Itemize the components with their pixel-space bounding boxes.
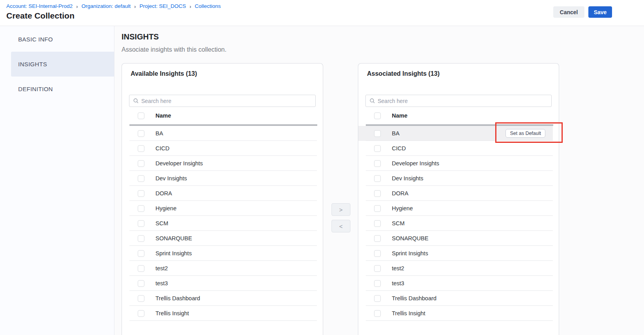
table-row[interactable]: CICD: [122, 141, 317, 156]
row-checkbox[interactable]: [374, 190, 381, 197]
breadcrumb-organization-link[interactable]: Organization: default: [81, 3, 131, 9]
chevron-right-icon: ›: [134, 4, 136, 9]
select-all-checkbox[interactable]: [374, 112, 381, 119]
row-label: Trellis Insight: [155, 310, 189, 316]
breadcrumb-collections-link[interactable]: Collections: [195, 3, 221, 9]
name-column-header: Name: [155, 112, 171, 119]
search-icon: [133, 98, 139, 103]
table-row[interactable]: test2: [358, 261, 553, 276]
section-subheading: Associate insights with this collection.: [122, 46, 227, 53]
row-checkbox[interactable]: [138, 130, 144, 137]
row-checkbox[interactable]: [138, 205, 144, 212]
associated-panel-title: Associated Insights (13): [367, 70, 559, 77]
row-checkbox[interactable]: [374, 175, 381, 182]
row-checkbox[interactable]: [374, 235, 381, 242]
row-label: test2: [392, 265, 404, 271]
top-bar: Account: SEI-Internal-Prod2 › Organizati…: [0, 0, 644, 26]
table-row[interactable]: Trellis Dashboard: [122, 291, 317, 306]
table-row[interactable]: SCM: [358, 216, 553, 231]
search-icon: [370, 98, 375, 103]
row-checkbox[interactable]: [138, 265, 144, 272]
select-all-checkbox[interactable]: [138, 112, 144, 119]
row-label: CICD: [155, 145, 169, 152]
sidebar-item-insights[interactable]: INSIGHTS: [11, 52, 114, 77]
set-as-default-button[interactable]: Set as Default: [505, 129, 545, 138]
table-row[interactable]: Trellis Insight: [122, 306, 317, 321]
row-checkbox[interactable]: [138, 190, 144, 197]
row-label: Developer Insights: [392, 160, 439, 167]
row-checkbox[interactable]: [374, 265, 381, 272]
available-search-box: [129, 95, 316, 107]
table-row[interactable]: Hygiene: [358, 201, 553, 216]
sidebar-item-basic-info[interactable]: BASIC INFO: [11, 27, 114, 52]
available-search-input[interactable]: [141, 98, 315, 104]
sidebar-item-definition[interactable]: DEFINITION: [11, 77, 114, 101]
table-row[interactable]: Developer Insights: [122, 156, 317, 171]
row-checkbox[interactable]: [138, 235, 144, 242]
row-label: Dev Insights: [392, 175, 423, 182]
breadcrumb: Account: SEI-Internal-Prod2 › Organizati…: [6, 3, 221, 9]
table-row[interactable]: Trellis Insight: [358, 306, 553, 321]
breadcrumb-project-link[interactable]: Project: SEI_DOCS: [139, 3, 186, 9]
table-row[interactable]: BA: [122, 126, 317, 141]
page-title: Create Collection: [6, 11, 75, 21]
table-row[interactable]: test2: [122, 261, 317, 276]
sidebar: BASIC INFO INSIGHTS DEFINITION: [0, 26, 114, 335]
table-row[interactable]: SCM: [122, 216, 317, 231]
table-row[interactable]: Sprint Insights: [358, 246, 553, 261]
row-label: Sprint Insights: [155, 250, 192, 256]
row-checkbox[interactable]: [138, 280, 144, 287]
move-right-button[interactable]: >: [331, 203, 350, 216]
row-checkbox[interactable]: [374, 310, 381, 317]
table-row[interactable]: test3: [122, 276, 317, 291]
name-column-header: Name: [392, 112, 408, 119]
row-checkbox[interactable]: [374, 250, 381, 257]
row-label: CICD: [392, 145, 406, 152]
row-checkbox[interactable]: [138, 250, 144, 257]
table-row[interactable]: Trellis Dashboard: [358, 291, 553, 306]
table-row[interactable]: Dev Insights: [358, 171, 553, 186]
row-checkbox[interactable]: [374, 280, 381, 287]
associated-search-input[interactable]: [378, 98, 551, 104]
row-label: Sprint Insights: [392, 250, 428, 256]
breadcrumb-account-link[interactable]: Account: SEI-Internal-Prod2: [6, 3, 73, 9]
table-row[interactable]: Hygiene: [122, 201, 317, 216]
move-left-button[interactable]: <: [331, 220, 350, 232]
table-row[interactable]: SONARQUBE: [122, 231, 317, 246]
row-label: test2: [155, 265, 168, 271]
row-label: DORA: [392, 190, 408, 197]
table-row[interactable]: Developer Insights: [358, 156, 553, 171]
row-label: Dev Insights: [155, 175, 187, 182]
row-checkbox[interactable]: [138, 310, 144, 317]
table-row[interactable]: test3: [358, 276, 553, 291]
row-checkbox[interactable]: [138, 295, 144, 302]
table-row[interactable]: Dev Insights: [122, 171, 317, 186]
create-collection-page: Account: SEI-Internal-Prod2 › Organizati…: [0, 0, 644, 335]
table-row[interactable]: DORA: [122, 186, 317, 201]
row-checkbox[interactable]: [374, 160, 381, 167]
row-checkbox[interactable]: [138, 220, 144, 227]
row-label: BA: [392, 130, 399, 137]
row-checkbox[interactable]: [138, 175, 144, 182]
row-label: test3: [155, 280, 168, 286]
cancel-button[interactable]: Cancel: [553, 6, 584, 18]
associated-insights-panel: Associated Insights (13) Name BA Set as …: [358, 63, 559, 335]
row-checkbox[interactable]: [374, 220, 381, 227]
save-button[interactable]: Save: [588, 6, 612, 18]
row-checkbox[interactable]: [374, 145, 381, 152]
available-table-header: Name: [122, 107, 323, 124]
row-checkbox[interactable]: [374, 205, 381, 212]
table-row[interactable]: DORA: [358, 186, 553, 201]
row-label: Trellis Dashboard: [392, 295, 436, 301]
row-checkbox[interactable]: [374, 130, 381, 137]
table-row[interactable]: CICD: [358, 141, 553, 156]
row-checkbox[interactable]: [374, 295, 381, 302]
chevron-right-icon: ›: [76, 4, 78, 9]
table-row[interactable]: Sprint Insights: [122, 246, 317, 261]
chevron-right-icon: ›: [189, 4, 191, 9]
row-checkbox[interactable]: [138, 145, 144, 152]
associated-search-box: [365, 95, 552, 107]
table-row[interactable]: BA Set as Default: [358, 126, 553, 141]
table-row[interactable]: SONARQUBE: [358, 231, 553, 246]
row-checkbox[interactable]: [138, 160, 144, 167]
